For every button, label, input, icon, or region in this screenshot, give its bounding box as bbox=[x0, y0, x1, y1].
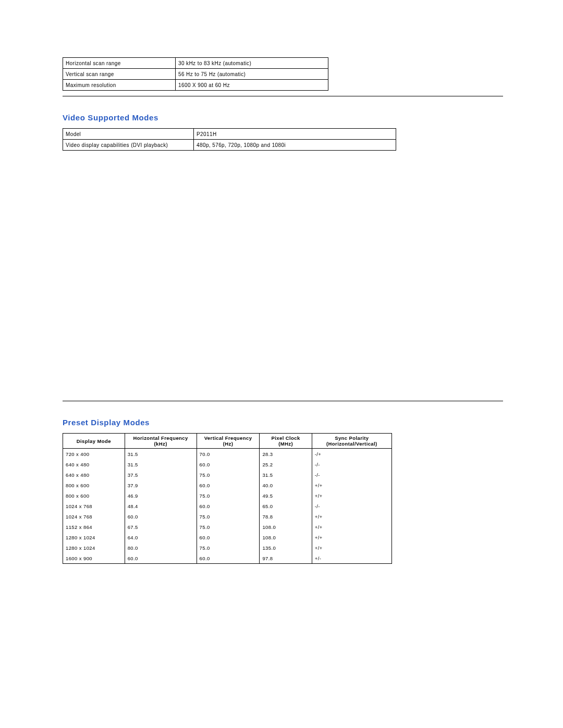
cell-sync: +/+ bbox=[312, 511, 391, 522]
cell-mode: 800 x 600 bbox=[63, 490, 125, 501]
cell-pclk: 78.8 bbox=[260, 511, 312, 522]
cell-vfreq: 75.0 bbox=[197, 490, 260, 501]
cell-mode: 1024 x 768 bbox=[63, 511, 125, 522]
cell-sync: -/+ bbox=[312, 449, 391, 460]
cell-mode: 1280 x 1024 bbox=[63, 532, 125, 542]
cell-pclk: 28.3 bbox=[260, 449, 312, 460]
spacer bbox=[63, 151, 503, 401]
cell-vfreq: 70.0 bbox=[197, 449, 260, 460]
divider bbox=[63, 96, 503, 96]
cell-sync: +/+ bbox=[312, 532, 391, 542]
cell-hfreq: 31.5 bbox=[125, 459, 197, 470]
spec-label: Vertical scan range bbox=[63, 69, 176, 80]
cell-pclk: 108.0 bbox=[260, 532, 312, 542]
col-sync-polarity: Sync Polarity(Horizontal/Vertical) bbox=[312, 434, 391, 449]
table-row: 1600 x 90060.060.097.8+/- bbox=[63, 553, 392, 564]
cell-hfreq: 48.4 bbox=[125, 501, 197, 511]
scan-range-table: Horizontal scan range30 kHz to 83 kHz (a… bbox=[63, 57, 328, 91]
spec-value: 56 Hz to 75 Hz (automatic) bbox=[176, 69, 328, 80]
cell-vfreq: 75.0 bbox=[197, 522, 260, 532]
col-display-mode: Display Mode bbox=[63, 434, 125, 449]
cell-mode: 800 x 600 bbox=[63, 480, 125, 490]
cell-hfreq: 37.5 bbox=[125, 470, 197, 480]
table-row: Maximum resolution1600 X 900 at 60 Hz bbox=[63, 80, 328, 91]
table-row: Vertical scan range56 Hz to 75 Hz (autom… bbox=[63, 69, 328, 80]
cell-vfreq: 75.0 bbox=[197, 542, 260, 553]
spec-value: 480p, 576p, 720p, 1080p and 1080i bbox=[194, 140, 396, 151]
table-row: 1024 x 76860.075.078.8+/+ bbox=[63, 511, 392, 522]
cell-sync: +/+ bbox=[312, 490, 391, 501]
cell-pclk: 65.0 bbox=[260, 501, 312, 511]
table-row: 640 x 48037.575.031.5-/- bbox=[63, 470, 392, 480]
cell-pclk: 25.2 bbox=[260, 459, 312, 470]
cell-hfreq: 60.0 bbox=[125, 553, 197, 564]
table-row: 1152 x 86467.575.0108.0+/+ bbox=[63, 522, 392, 532]
cell-mode: 640 x 480 bbox=[63, 470, 125, 480]
preset-display-modes-table: Display Mode Horizontal Frequency(kHz) V… bbox=[63, 433, 392, 564]
spec-value: P2011H bbox=[194, 129, 396, 140]
cell-sync: -/- bbox=[312, 459, 391, 470]
cell-hfreq: 31.5 bbox=[125, 449, 197, 460]
cell-vfreq: 60.0 bbox=[197, 532, 260, 542]
col-horizontal-frequency: Horizontal Frequency(kHz) bbox=[125, 434, 197, 449]
spec-label: Maximum resolution bbox=[63, 80, 176, 91]
col-vertical-frequency: Vertical Frequency(Hz) bbox=[197, 434, 260, 449]
video-supported-modes-table: ModelP2011HVideo display capabilities (D… bbox=[63, 128, 396, 151]
spec-label: Model bbox=[63, 129, 194, 140]
table-row: 640 x 48031.560.025.2-/- bbox=[63, 459, 392, 470]
table-row: ModelP2011H bbox=[63, 129, 396, 140]
cell-pclk: 108.0 bbox=[260, 522, 312, 532]
divider bbox=[63, 401, 503, 401]
cell-hfreq: 46.9 bbox=[125, 490, 197, 501]
document-page: Horizontal scan range30 kHz to 83 kHz (a… bbox=[0, 0, 563, 728]
spec-value: 30 kHz to 83 kHz (automatic) bbox=[176, 58, 328, 69]
table-row: 800 x 60037.960.040.0+/+ bbox=[63, 480, 392, 490]
cell-hfreq: 64.0 bbox=[125, 532, 197, 542]
preset-display-modes-heading: Preset Display Modes bbox=[63, 418, 503, 427]
table-row: 1024 x 76848.460.065.0-/- bbox=[63, 501, 392, 511]
cell-pclk: 135.0 bbox=[260, 542, 312, 553]
cell-vfreq: 60.0 bbox=[197, 480, 260, 490]
cell-pclk: 49.5 bbox=[260, 490, 312, 501]
cell-mode: 720 x 400 bbox=[63, 449, 125, 460]
cell-vfreq: 75.0 bbox=[197, 511, 260, 522]
table-row: Horizontal scan range30 kHz to 83 kHz (a… bbox=[63, 58, 328, 69]
cell-pclk: 97.8 bbox=[260, 553, 312, 564]
cell-hfreq: 80.0 bbox=[125, 542, 197, 553]
cell-pclk: 31.5 bbox=[260, 470, 312, 480]
table-row: 1280 x 102480.075.0135.0+/+ bbox=[63, 542, 392, 553]
cell-sync: -/- bbox=[312, 501, 391, 511]
spec-label: Horizontal scan range bbox=[63, 58, 176, 69]
cell-vfreq: 60.0 bbox=[197, 501, 260, 511]
cell-mode: 640 x 480 bbox=[63, 459, 125, 470]
cell-mode: 1024 x 768 bbox=[63, 501, 125, 511]
cell-sync: +/- bbox=[312, 553, 391, 564]
cell-sync: +/+ bbox=[312, 542, 391, 553]
table-header-row: Display Mode Horizontal Frequency(kHz) V… bbox=[63, 434, 392, 449]
cell-mode: 1600 x 900 bbox=[63, 553, 125, 564]
col-pixel-clock: Pixel Clock(MHz) bbox=[260, 434, 312, 449]
cell-mode: 1152 x 864 bbox=[63, 522, 125, 532]
table-row: 720 x 40031.570.028.3-/+ bbox=[63, 449, 392, 460]
cell-sync: +/+ bbox=[312, 522, 391, 532]
cell-vfreq: 60.0 bbox=[197, 553, 260, 564]
cell-hfreq: 37.9 bbox=[125, 480, 197, 490]
table-row: 800 x 60046.975.049.5+/+ bbox=[63, 490, 392, 501]
spec-value: 1600 X 900 at 60 Hz bbox=[176, 80, 328, 91]
cell-sync: +/+ bbox=[312, 480, 391, 490]
table-row: Video display capabilities (DVI playback… bbox=[63, 140, 396, 151]
cell-pclk: 40.0 bbox=[260, 480, 312, 490]
cell-mode: 1280 x 1024 bbox=[63, 542, 125, 553]
cell-vfreq: 60.0 bbox=[197, 459, 260, 470]
cell-vfreq: 75.0 bbox=[197, 470, 260, 480]
table-row: 1280 x 102464.060.0108.0+/+ bbox=[63, 532, 392, 542]
video-supported-modes-heading: Video Supported Modes bbox=[63, 113, 503, 122]
cell-hfreq: 67.5 bbox=[125, 522, 197, 532]
spec-label: Video display capabilities (DVI playback… bbox=[63, 140, 194, 151]
cell-hfreq: 60.0 bbox=[125, 511, 197, 522]
cell-sync: -/- bbox=[312, 470, 391, 480]
